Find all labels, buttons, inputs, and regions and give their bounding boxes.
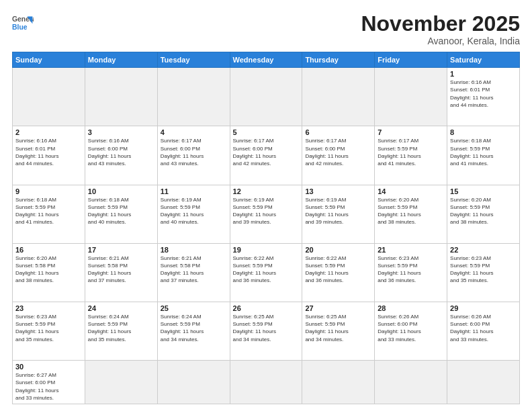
- calendar-cell: 3Sunrise: 6:16 AM Sunset: 6:00 PM Daylig…: [85, 126, 157, 185]
- day-number: 19: [233, 246, 300, 254]
- calendar-cell: 1Sunrise: 6:16 AM Sunset: 6:01 PM Daylig…: [447, 68, 520, 126]
- calendar-cell: 7Sunrise: 6:17 AM Sunset: 5:59 PM Daylig…: [375, 126, 447, 185]
- day-number: 17: [88, 246, 154, 254]
- day-info: Sunrise: 6:21 AM Sunset: 5:58 PM Dayligh…: [88, 255, 154, 285]
- calendar-cell: 4Sunrise: 6:17 AM Sunset: 6:00 PM Daylig…: [157, 126, 230, 185]
- day-header-friday: Friday: [375, 52, 447, 68]
- day-info: Sunrise: 6:24 AM Sunset: 5:59 PM Dayligh…: [161, 313, 227, 343]
- svg-text:Blue: Blue: [12, 24, 28, 31]
- day-info: Sunrise: 6:26 AM Sunset: 6:00 PM Dayligh…: [378, 313, 444, 343]
- day-number: 24: [88, 304, 154, 312]
- calendar-week-row: 2Sunrise: 6:16 AM Sunset: 6:01 PM Daylig…: [13, 126, 520, 185]
- calendar-cell: [302, 361, 375, 404]
- day-number: 18: [161, 246, 227, 254]
- calendar-cell: 25Sunrise: 6:24 AM Sunset: 5:59 PM Dayli…: [157, 302, 230, 361]
- calendar-header-row: SundayMondayTuesdayWednesdayThursdayFrid…: [13, 52, 520, 68]
- calendar-cell: 20Sunrise: 6:22 AM Sunset: 5:59 PM Dayli…: [302, 243, 375, 302]
- day-number: 8: [450, 128, 517, 136]
- day-number: 27: [305, 304, 371, 312]
- calendar-cell: [375, 68, 447, 126]
- day-info: Sunrise: 6:16 AM Sunset: 6:01 PM Dayligh…: [450, 79, 517, 109]
- day-info: Sunrise: 6:22 AM Sunset: 5:59 PM Dayligh…: [233, 255, 300, 285]
- calendar-table: SundayMondayTuesdayWednesdayThursdayFrid…: [12, 52, 520, 404]
- calendar-week-row: 16Sunrise: 6:20 AM Sunset: 5:58 PM Dayli…: [13, 243, 520, 302]
- day-number: 2: [15, 128, 82, 136]
- day-info: Sunrise: 6:23 AM Sunset: 5:59 PM Dayligh…: [450, 255, 517, 285]
- day-info: Sunrise: 6:27 AM Sunset: 6:00 PM Dayligh…: [15, 371, 82, 402]
- calendar-cell: [85, 361, 157, 404]
- calendar-cell: 8Sunrise: 6:18 AM Sunset: 5:59 PM Daylig…: [447, 126, 520, 185]
- day-number: 3: [88, 128, 154, 136]
- day-number: 28: [378, 304, 444, 312]
- day-info: Sunrise: 6:26 AM Sunset: 6:00 PM Dayligh…: [450, 313, 517, 343]
- calendar-cell: [302, 68, 375, 126]
- day-number: 16: [15, 246, 82, 254]
- day-header-saturday: Saturday: [447, 52, 520, 68]
- day-info: Sunrise: 6:23 AM Sunset: 5:59 PM Dayligh…: [15, 313, 82, 343]
- day-info: Sunrise: 6:25 AM Sunset: 5:59 PM Dayligh…: [305, 313, 371, 343]
- day-info: Sunrise: 6:23 AM Sunset: 5:59 PM Dayligh…: [378, 255, 444, 285]
- calendar-cell: [13, 68, 85, 126]
- day-info: Sunrise: 6:18 AM Sunset: 5:59 PM Dayligh…: [88, 196, 154, 226]
- day-number: 4: [161, 128, 227, 136]
- calendar-cell: 9Sunrise: 6:18 AM Sunset: 5:59 PM Daylig…: [13, 185, 85, 243]
- calendar-cell: 13Sunrise: 6:19 AM Sunset: 5:59 PM Dayli…: [302, 185, 375, 243]
- calendar-cell: [375, 361, 447, 404]
- calendar-cell: 11Sunrise: 6:19 AM Sunset: 5:59 PM Dayli…: [157, 185, 230, 243]
- day-number: 1: [450, 70, 517, 78]
- day-info: Sunrise: 6:20 AM Sunset: 5:59 PM Dayligh…: [450, 196, 517, 226]
- calendar-cell: 2Sunrise: 6:16 AM Sunset: 6:01 PM Daylig…: [13, 126, 85, 185]
- day-info: Sunrise: 6:19 AM Sunset: 5:59 PM Dayligh…: [233, 196, 300, 226]
- calendar-cell: [230, 361, 302, 404]
- day-info: Sunrise: 6:20 AM Sunset: 5:59 PM Dayligh…: [378, 196, 444, 226]
- day-number: 13: [305, 187, 371, 195]
- calendar-week-row: 1Sunrise: 6:16 AM Sunset: 6:01 PM Daylig…: [13, 68, 520, 126]
- day-info: Sunrise: 6:17 AM Sunset: 6:00 PM Dayligh…: [161, 137, 227, 167]
- day-info: Sunrise: 6:16 AM Sunset: 6:01 PM Dayligh…: [15, 137, 82, 167]
- day-number: 12: [233, 187, 300, 195]
- calendar-week-row: 9Sunrise: 6:18 AM Sunset: 5:59 PM Daylig…: [13, 185, 520, 243]
- day-number: 29: [450, 304, 517, 312]
- calendar-week-row: 23Sunrise: 6:23 AM Sunset: 5:59 PM Dayli…: [13, 302, 520, 361]
- calendar-cell: 27Sunrise: 6:25 AM Sunset: 5:59 PM Dayli…: [302, 302, 375, 361]
- day-number: 25: [161, 304, 227, 312]
- calendar-cell: [230, 68, 302, 126]
- day-number: 21: [378, 246, 444, 254]
- day-info: Sunrise: 6:24 AM Sunset: 5:59 PM Dayligh…: [88, 313, 154, 343]
- day-header-thursday: Thursday: [302, 52, 375, 68]
- day-info: Sunrise: 6:21 AM Sunset: 5:58 PM Dayligh…: [161, 255, 227, 285]
- day-number: 15: [450, 187, 517, 195]
- subtitle: Avanoor, Kerala, India: [361, 36, 520, 46]
- day-number: 20: [305, 246, 371, 254]
- day-info: Sunrise: 6:22 AM Sunset: 5:59 PM Dayligh…: [305, 255, 371, 285]
- calendar-week-row: 30Sunrise: 6:27 AM Sunset: 6:00 PM Dayli…: [13, 361, 520, 404]
- day-info: Sunrise: 6:18 AM Sunset: 5:59 PM Dayligh…: [450, 137, 517, 167]
- day-number: 22: [450, 246, 517, 254]
- day-number: 6: [305, 128, 371, 136]
- day-info: Sunrise: 6:18 AM Sunset: 5:59 PM Dayligh…: [15, 196, 82, 226]
- calendar-cell: [447, 361, 520, 404]
- day-info: Sunrise: 6:16 AM Sunset: 6:00 PM Dayligh…: [88, 137, 154, 167]
- calendar-cell: 18Sunrise: 6:21 AM Sunset: 5:58 PM Dayli…: [157, 243, 230, 302]
- calendar-cell: 12Sunrise: 6:19 AM Sunset: 5:59 PM Dayli…: [230, 185, 302, 243]
- day-number: 11: [161, 187, 227, 195]
- day-number: 7: [378, 128, 444, 136]
- day-number: 26: [233, 304, 300, 312]
- calendar-cell: 5Sunrise: 6:17 AM Sunset: 6:00 PM Daylig…: [230, 126, 302, 185]
- day-header-tuesday: Tuesday: [157, 52, 230, 68]
- calendar-cell: 19Sunrise: 6:22 AM Sunset: 5:59 PM Dayli…: [230, 243, 302, 302]
- calendar-cell: 26Sunrise: 6:25 AM Sunset: 5:59 PM Dayli…: [230, 302, 302, 361]
- calendar-cell: 15Sunrise: 6:20 AM Sunset: 5:59 PM Dayli…: [447, 185, 520, 243]
- day-number: 23: [15, 304, 82, 312]
- calendar-cell: 16Sunrise: 6:20 AM Sunset: 5:58 PM Dayli…: [13, 243, 85, 302]
- day-info: Sunrise: 6:25 AM Sunset: 5:59 PM Dayligh…: [233, 313, 300, 343]
- day-number: 5: [233, 128, 300, 136]
- day-info: Sunrise: 6:19 AM Sunset: 5:59 PM Dayligh…: [161, 196, 227, 226]
- calendar-cell: 22Sunrise: 6:23 AM Sunset: 5:59 PM Dayli…: [447, 243, 520, 302]
- calendar-cell: 28Sunrise: 6:26 AM Sunset: 6:00 PM Dayli…: [375, 302, 447, 361]
- day-info: Sunrise: 6:17 AM Sunset: 5:59 PM Dayligh…: [378, 137, 444, 167]
- day-number: 9: [15, 187, 82, 195]
- calendar-cell: 21Sunrise: 6:23 AM Sunset: 5:59 PM Dayli…: [375, 243, 447, 302]
- calendar-cell: [85, 68, 157, 126]
- page: General Blue November 2025 Avanoor, Kera…: [0, 0, 532, 411]
